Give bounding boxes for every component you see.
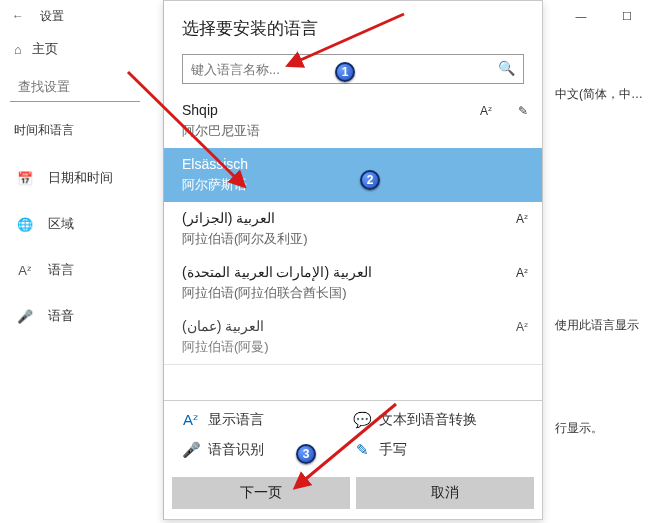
legend-tts: 💬 文本到语音转换 — [353, 411, 524, 429]
handwriting-icon: ✎ — [353, 441, 371, 459]
window-title: 设置 — [40, 8, 64, 25]
legend-label: 显示语言 — [208, 411, 264, 429]
sidebar-item-label: 语言 — [48, 261, 74, 279]
window-controls: — ☐ — [558, 0, 650, 32]
cancel-button[interactable]: 取消 — [356, 477, 534, 509]
right-text-1: 中文(简体，中… — [555, 86, 643, 103]
language-row-selected[interactable]: Elsässisch 阿尔萨斯语 — [164, 148, 542, 202]
language-name: Elsässisch — [182, 156, 524, 172]
mic-icon: 🎤 — [16, 309, 34, 324]
dialog-button-row: 下一页 取消 — [164, 469, 542, 519]
language-sub: 阿尔巴尼亚语 — [182, 122, 524, 140]
right-text-3: 行显示。 — [555, 420, 643, 437]
search-icon[interactable]: 🔍 — [498, 60, 515, 76]
home-icon: ⌂ — [14, 42, 22, 57]
language-row[interactable]: العربية (عمان) 阿拉伯语(阿曼) Aᶻ — [164, 310, 542, 365]
language-features: Aᶻ — [516, 320, 528, 334]
language-row[interactable]: العربية (الإمارات العربية المتحدة) 阿拉伯语(… — [164, 256, 542, 310]
next-button[interactable]: 下一页 — [172, 477, 350, 509]
language-name: العربية (الإمارات العربية المتحدة) — [182, 264, 524, 280]
display-language-icon: Aᶻ — [516, 212, 528, 226]
sidebar-item-label: 语音 — [48, 307, 74, 325]
language-sub: 阿拉伯语(阿曼) — [182, 338, 524, 356]
mic-icon: 🎤 — [182, 441, 200, 459]
display-language-icon: Aᶻ — [516, 266, 528, 280]
language-sub: 阿拉伯语(阿拉伯联合酋长国) — [182, 284, 524, 302]
legend-display-language: Aᶻ 显示语言 — [182, 411, 353, 429]
language-name: العربية (عمان) — [182, 318, 524, 334]
maximize-button[interactable]: ☐ — [604, 0, 650, 32]
settings-search-input[interactable] — [10, 72, 140, 102]
annotation-badge-2: 2 — [360, 170, 380, 190]
back-icon[interactable]: ← — [12, 9, 24, 23]
language-row[interactable]: العربية (الجزائر) 阿拉伯语(阿尔及利亚) Aᶻ — [164, 202, 542, 256]
calendar-icon: 📅 — [16, 171, 34, 186]
display-language-icon: Aᶻ — [516, 320, 528, 334]
dialog-title: 选择要安装的语言 — [164, 1, 542, 52]
language-features: Aᶻ ✎ — [480, 104, 528, 118]
language-features: Aᶻ — [516, 266, 528, 280]
language-az-icon: Aᶻ — [16, 263, 34, 278]
tts-icon: 💬 — [353, 411, 371, 429]
feature-legend: Aᶻ 显示语言 💬 文本到语音转换 🎤 语音识别 ✎ 手写 — [164, 400, 542, 469]
display-language-icon: Aᶻ — [480, 104, 492, 118]
language-list: Shqip 阿尔巴尼亚语 Aᶻ ✎ Elsässisch 阿尔萨斯语 العرب… — [164, 94, 542, 400]
language-name: Shqip — [182, 102, 524, 118]
legend-label: 手写 — [379, 441, 407, 459]
legend-label: 文本到语音转换 — [379, 411, 477, 429]
language-sub: 阿尔萨斯语 — [182, 176, 524, 194]
sidebar-item-label: 区域 — [48, 215, 74, 233]
language-sub: 阿拉伯语(阿尔及利亚) — [182, 230, 524, 248]
language-name: العربية (الجزائر) — [182, 210, 524, 226]
minimize-button[interactable]: — — [558, 0, 604, 32]
language-features: Aᶻ — [516, 212, 528, 226]
right-text-2: 使用此语言显示 — [555, 317, 643, 334]
sidebar-item-label: 日期和时间 — [48, 169, 113, 187]
legend-label: 语音识别 — [208, 441, 264, 459]
annotation-badge-1: 1 — [335, 62, 355, 82]
display-language-icon: Aᶻ — [182, 411, 200, 429]
sidebar-home-label: 主页 — [32, 40, 58, 58]
right-panel-text: 中文(简体，中… 使用此语言显示 行显示。 — [555, 86, 643, 437]
legend-handwriting: ✎ 手写 — [353, 441, 524, 459]
language-row[interactable]: Shqip 阿尔巴尼亚语 Aᶻ ✎ — [164, 94, 542, 148]
globe-icon: 🌐 — [16, 217, 34, 232]
annotation-badge-3: 3 — [296, 444, 316, 464]
legend-speech-recognition: 🎤 语音识别 — [182, 441, 353, 459]
handwriting-icon: ✎ — [518, 104, 528, 118]
